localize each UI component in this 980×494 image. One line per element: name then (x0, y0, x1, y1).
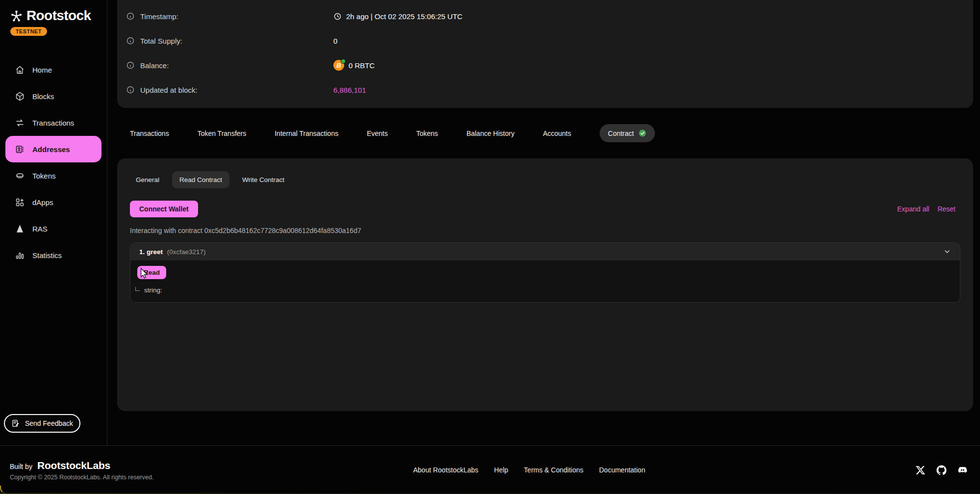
rootstocklabs-wordmark[interactable]: RootstockLabs (37, 460, 110, 471)
dapps-grid-icon (15, 197, 25, 208)
method-selector: (0xcfae3217) (167, 248, 206, 256)
total-supply-value: 0 (333, 37, 337, 45)
sidebar-item-label: RAS (32, 225, 48, 233)
swap-arrows-icon (15, 118, 25, 128)
interacting-with-contract-text: Interacting with contract 0xc5d2b6b48162… (130, 227, 960, 234)
footer-link-documentation[interactable]: Documentation (599, 466, 645, 474)
main-content: Timestamp: 2h ago | Oct 02 2025 15:06:25… (107, 0, 980, 445)
contract-subtabs: General Read Contract Write Contract (130, 170, 960, 189)
send-feedback-button[interactable]: Send Feedback (4, 414, 80, 433)
sidebar-item-label: Blocks (32, 92, 54, 101)
read-button[interactable]: Read (137, 266, 166, 279)
panel-links: Expand all Reset (897, 205, 960, 213)
chevron-down-icon[interactable] (943, 248, 951, 256)
info-icon (126, 85, 135, 94)
footer-link-help[interactable]: Help (494, 466, 508, 474)
tab-tokens[interactable]: Tokens (416, 130, 438, 137)
rootstock-logo-icon (10, 9, 23, 23)
home-icon (15, 65, 25, 75)
clock-icon (333, 12, 342, 21)
updated-block-link[interactable]: 6,886,101 (333, 86, 366, 94)
info-label-text: Updated at block: (140, 86, 198, 94)
copyright-text: Copyright © 2025 RootstockLabs. All righ… (10, 474, 153, 481)
info-row-updated-block: Updated at block: 6,886,101 (126, 78, 963, 102)
sidebar-item-label: Transactions (32, 119, 74, 127)
sidebar: Rootstock TESTNET Home Blocks Transacti (0, 0, 107, 445)
footer-link-terms[interactable]: Terms & Conditions (524, 466, 583, 474)
wallet-row: Connect Wallet Expand all Reset (130, 201, 960, 217)
discord-icon[interactable] (957, 465, 968, 475)
brand-logo[interactable]: Rootstock (0, 8, 107, 24)
feedback-note-icon (11, 419, 20, 428)
sidebar-item-home[interactable]: Home (0, 56, 107, 83)
footer-link-about[interactable]: About RootstockLabs (413, 466, 478, 474)
info-icon (126, 12, 135, 21)
info-row-timestamp: Timestamp: 2h ago | Oct 02 2025 15:06:25… (126, 4, 963, 28)
subtab-write-contract[interactable]: Write Contract (242, 176, 284, 183)
x-twitter-icon[interactable] (915, 465, 926, 475)
footer-social (915, 465, 968, 475)
reset-link[interactable]: Reset (937, 205, 955, 213)
sidebar-item-addresses[interactable]: Addresses (5, 136, 101, 162)
method-accordion-body: Read string: (130, 260, 960, 302)
address-info-card: Timestamp: 2h ago | Oct 02 2025 15:06:25… (117, 0, 973, 108)
verified-check-icon (638, 129, 647, 137)
timestamp-value: 2h ago | Oct 02 2025 15:06:25 UTC (346, 12, 462, 21)
tab-accounts[interactable]: Accounts (543, 130, 571, 137)
info-label-text: Total Supply: (140, 37, 182, 45)
expand-all-link[interactable]: Expand all (897, 205, 929, 213)
subtab-general[interactable]: General (136, 176, 159, 183)
sidebar-item-label: dApps (32, 198, 53, 207)
sidebar-item-blocks[interactable]: Blocks (0, 83, 107, 109)
address-tabs: Transactions Token Transfers Internal Tr… (117, 108, 973, 158)
subtab-read-contract[interactable]: Read Contract (172, 171, 229, 188)
sidebar-item-ras[interactable]: RAS (0, 215, 107, 242)
tab-events[interactable]: Events (367, 130, 388, 137)
contact-card-icon (15, 144, 25, 155)
method-accordion-header[interactable]: 1. greet (0xcfae3217) (130, 243, 960, 260)
info-label-text: Balance: (140, 61, 169, 70)
send-feedback-label: Send Feedback (25, 419, 73, 427)
footer-links: About RootstockLabs Help Terms & Conditi… (413, 466, 645, 474)
info-row-balance: Balance: B 0 RBTC (126, 53, 963, 78)
built-by-label: Built by (10, 463, 32, 470)
sidebar-item-label: Statistics (32, 251, 62, 260)
sidebar-nav: Home Blocks Transactions (0, 56, 107, 268)
method-result-row: string: (134, 286, 951, 294)
info-icon (126, 61, 135, 70)
footer: Built by RootstockLabs Copyright © 2025 … (0, 445, 980, 494)
brand-name: Rootstock (26, 8, 91, 24)
coin-icon (15, 171, 25, 181)
bar-chart-icon (15, 250, 25, 260)
info-label-text: Timestamp: (140, 12, 178, 21)
rbtc-coin-icon: B (333, 60, 344, 71)
sidebar-item-statistics[interactable]: Statistics (0, 242, 107, 268)
info-row-total-supply: Total Supply: 0 (126, 28, 963, 53)
cube-icon (15, 91, 25, 102)
testnet-badge: TESTNET (10, 27, 47, 36)
method-title: 1. greet (0xcfae3217) (139, 248, 206, 256)
method-accordion: 1. greet (0xcfae3217) Read string: (130, 242, 960, 303)
connect-wallet-button[interactable]: Connect Wallet (130, 201, 198, 217)
sidebar-item-tokens[interactable]: Tokens (0, 162, 107, 189)
sidebar-item-label: Addresses (32, 145, 70, 154)
contract-panel: General Read Contract Write Contract Con… (117, 158, 973, 411)
github-icon[interactable] (936, 465, 947, 475)
mountain-icon (15, 224, 25, 234)
info-icon (126, 36, 135, 45)
balance-value: 0 RBTC (349, 61, 375, 70)
tab-internal-transactions[interactable]: Internal Transactions (275, 130, 338, 137)
tree-connector-icon (135, 287, 140, 291)
tab-token-transfers[interactable]: Token Transfers (198, 130, 247, 137)
result-type-label: string: (144, 286, 162, 294)
sidebar-item-transactions[interactable]: Transactions (0, 109, 107, 136)
sidebar-item-dapps[interactable]: dApps (0, 189, 107, 215)
footer-brand-block: Built by RootstockLabs Copyright © 2025 … (10, 460, 153, 481)
tab-transactions[interactable]: Transactions (130, 130, 169, 137)
tab-contract-label: Contract (608, 130, 634, 137)
tab-contract[interactable]: Contract (600, 124, 655, 142)
tab-balance-history[interactable]: Balance History (466, 130, 514, 137)
method-name: greet (147, 248, 163, 256)
app-shell: Rootstock TESTNET Home Blocks Transacti (0, 0, 980, 445)
sidebar-item-label: Home (32, 66, 52, 74)
